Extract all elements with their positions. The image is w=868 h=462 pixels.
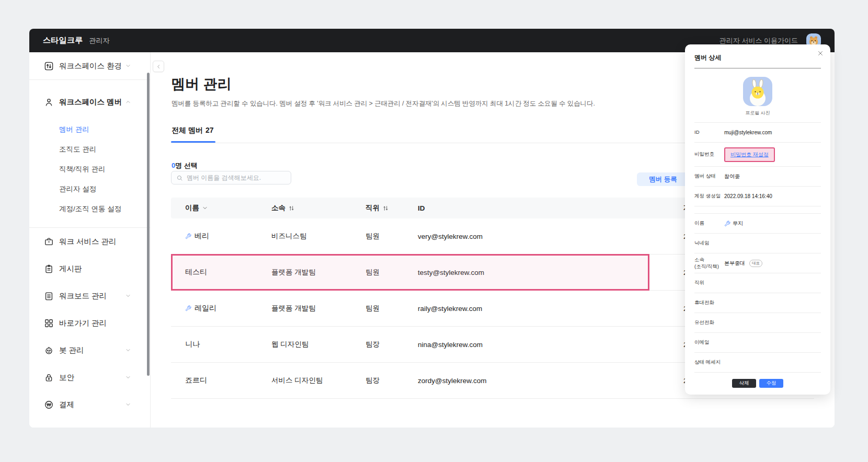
member-team-cell: 비즈니스팀 (271, 218, 307, 254)
sidebar-item-security[interactable]: 보안 (29, 364, 150, 391)
adjust-icon (44, 61, 54, 71)
sidebar-item-label: 게시판 (59, 264, 82, 274)
panel-field-label: 멤버 상태 (694, 173, 724, 180)
lock-icon (44, 373, 54, 383)
panel-field-label: 비밀번호 (694, 151, 724, 158)
bot-icon (44, 345, 54, 355)
selection-count-suffix: 명 선택 (175, 161, 198, 169)
doc-icon (44, 291, 54, 301)
sidebar-subitem-label: 조직도 관리 (59, 145, 96, 154)
password-reset-link[interactable]: 비밀번호 재설정 (730, 152, 769, 157)
member-id-cell: testy@stylekrew.com (418, 255, 484, 290)
search-input[interactable] (187, 174, 286, 181)
panel-field-mobile: 휴대전화 (694, 293, 821, 313)
tab-active-underline (171, 141, 215, 143)
member-team-cell: 플랫폼 개발팀 (271, 255, 316, 290)
sidebar-item-bot[interactable]: 봇 관리 (29, 337, 150, 364)
page-description: 멤버를 등록하고 관리할 수 있습니다. 멤버 설정 후 '워크 서비스 관리 … (172, 99, 595, 108)
panel-field-password: 비밀번호 비밀번호 재설정 (694, 143, 821, 167)
chevron-down-icon (125, 401, 131, 408)
panel-field-label: 휴대전화 (694, 299, 724, 306)
sidebar-subitem-org-chart[interactable]: 조직도 관리 (29, 140, 150, 159)
member-name-cell: 테스티 (185, 255, 207, 290)
sidebar-collapse-button[interactable] (153, 61, 164, 72)
sidebar-item-label: 워크보드 관리 (59, 291, 107, 301)
member-position-cell: 팀원 (366, 255, 380, 290)
member-id-cell: nina@stylekrew.com (418, 327, 483, 362)
sidebar-subitem-job-title[interactable]: 직책/직위 관리 (29, 159, 150, 179)
panel-field-landline: 유선전화 (694, 313, 821, 333)
tab-label: 전체 멤버 (172, 126, 203, 135)
brand-logo: 스타일크루 (43, 36, 83, 45)
panel-field-value: muji@stylekrew.com (724, 130, 772, 135)
sidebar-scrollbar[interactable] (147, 73, 150, 376)
member-name-cell: 죠르디 (185, 363, 207, 398)
panel-field-label: 유선전화 (694, 319, 724, 326)
delete-button[interactable]: 삭제 (732, 379, 756, 388)
profile-photo (743, 77, 772, 106)
panel-field-status-message: 상태 메세지 (694, 353, 821, 373)
register-member-button[interactable]: 멤버 등록 (637, 172, 689, 186)
sidebar-item-label: 워크 서비스 관리 (59, 237, 117, 247)
row-highlight-annotation (171, 254, 649, 291)
org-representative-badge: 대표 (749, 260, 762, 267)
column-header-name[interactable]: 이름 (185, 198, 208, 218)
panel-section-gap (694, 206, 821, 214)
chevron-down-icon (125, 374, 131, 380)
chevron-down-icon (125, 293, 131, 299)
member-id-cell: zordy@stylekrew.com (418, 363, 487, 398)
sidebar-item-label: 워크스페이스 환경 (59, 61, 122, 71)
panel-field-label: 직위 (694, 280, 724, 286)
panel-field-value: 본부중대대표 (724, 260, 762, 267)
panel-field-id: ID muji@stylekrew.com (694, 123, 821, 143)
member-team-cell: 웹 디자인팀 (271, 327, 309, 362)
sidebar-subitem-label: 직책/직위 관리 (59, 165, 106, 174)
brand-suffix: 관리자 (89, 36, 110, 45)
selection-count: 0명 선택 (172, 161, 198, 170)
sidebar-subitem-account-org-sync[interactable]: 계정/조직 연동 설정 (29, 199, 150, 219)
column-header-position[interactable]: 직위 (366, 198, 389, 218)
sidebar-item-label: 워크스페이스 멤버 (59, 97, 122, 107)
close-icon[interactable] (817, 50, 824, 57)
sidebar-item-workboard[interactable]: 워크보드 관리 (29, 282, 150, 309)
sidebar-subitem-label: 멤버 관리 (59, 125, 89, 134)
tab-all-members[interactable]: 전체 멤버 27 (171, 126, 215, 142)
panel-field-account-created: 계정 생성일 2022.09.18 14:16:40 (694, 187, 821, 206)
panel-field-value: 2022.09.18 14:16:40 (724, 193, 772, 199)
sidebar-item-board[interactable]: 게시판 (29, 255, 150, 282)
sidebar-item-shortcuts[interactable]: 바로가기 관리 (29, 309, 150, 337)
sidebar-subitem-member-management[interactable]: 멤버 관리 (29, 120, 150, 140)
edit-button[interactable]: 수정 (759, 379, 783, 388)
sidebar-item-label: 보안 (59, 373, 74, 383)
grid-icon (44, 318, 54, 328)
column-header-id[interactable]: ID (418, 198, 425, 218)
sidebar-item-payment[interactable]: 결제 (29, 391, 150, 418)
sidebar-item-label: 봇 관리 (59, 345, 84, 355)
panel-field-label: 상태 메세지 (694, 359, 724, 366)
member-team-cell: 플랫폼 개발팀 (271, 291, 316, 326)
chevron-down-icon (125, 63, 131, 69)
sidebar-item-work-services[interactable]: 워크 서비스 관리 (29, 228, 150, 255)
panel-field-label: 이름 (694, 220, 724, 227)
member-name-cell: 레일리 (185, 291, 216, 326)
sidebar-subitem-label: 계정/조직 연동 설정 (59, 204, 121, 214)
member-name-cell: 니나 (185, 327, 200, 362)
admin-wrench-icon (185, 305, 191, 311)
panel-field-label: 계정 생성일 (694, 193, 724, 200)
sidebar-lower-nav: 워크 서비스 관리 게시판 워크보드 관리 바로가기 관리 봇 관리 보안 결제 (29, 228, 150, 418)
sidebar-item-workspace-env[interactable]: 워크스페이스 환경 (29, 52, 150, 79)
profile-photo-label: 프로필 사진 (694, 110, 821, 117)
sidebar: 워크스페이스 환경 워크스페이스 멤버 멤버 관리조직도 관리직책/직위 관리관… (29, 52, 151, 428)
sidebar-item-workspace-members[interactable]: 워크스페이스 멤버 (29, 88, 150, 116)
admin-guide-link[interactable]: 관리자 서비스 이용가이드 (719, 36, 798, 45)
panel-field-position: 직위 (694, 273, 821, 293)
tab-count: 27 (205, 126, 214, 134)
sort-icon (382, 205, 389, 212)
search-icon (176, 175, 183, 181)
panel-field-email: 이메일 (694, 333, 821, 353)
sidebar-subitem-admin-settings[interactable]: 관리자 설정 (29, 179, 150, 199)
chevron-up-icon (125, 99, 131, 105)
panel-field-label: ID (694, 129, 724, 136)
column-header-team[interactable]: 소속 (271, 198, 295, 218)
panel-field-label: 이메일 (694, 339, 724, 346)
